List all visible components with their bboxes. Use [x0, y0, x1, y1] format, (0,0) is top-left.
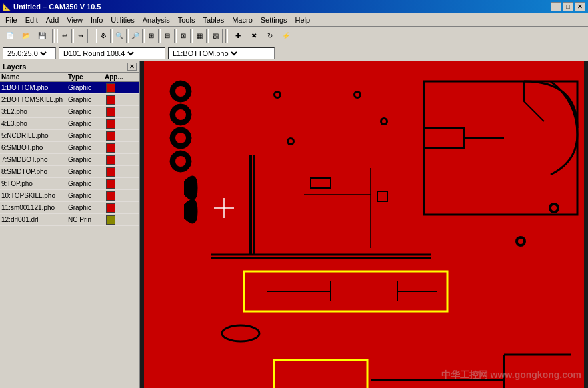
tool4[interactable]: ⊞ — [144, 29, 159, 43]
coord-select[interactable]: 25.0:25.0 — [5, 49, 49, 58]
minimize-button[interactable]: ─ — [551, 2, 561, 11]
layer-name-7: 7:SMDBOT.pho — [1, 156, 68, 163]
layer-type-5: Graphic — [68, 132, 105, 139]
layer-name-4: 4:L3.pho — [1, 120, 68, 127]
svg-point-4 — [175, 109, 186, 120]
layer-row-12[interactable]: 12:drl001.drlNC Prin — [0, 214, 139, 226]
layer-row-2[interactable]: 2:BOTTOMSKILL.phGraphic — [0, 94, 139, 106]
layer-type-2: Graphic — [68, 96, 105, 103]
layer-color-1 — [106, 83, 115, 93]
layer-row-6[interactable]: 6:SMBOT.phoGraphic — [0, 142, 139, 154]
layer-color-3 — [106, 107, 115, 117]
layer-type-1: Graphic — [68, 84, 105, 91]
open-button[interactable]: 📂 — [19, 29, 33, 43]
layer-color-7 — [106, 155, 115, 165]
layer-row-3[interactable]: 3:L2.phoGraphic — [0, 106, 139, 118]
coord-dropdown[interactable]: 25.0:25.0 — [3, 47, 56, 59]
window-controls: ─ □ ✕ — [551, 2, 585, 11]
svg-point-16 — [382, 119, 386, 123]
layer-row-5[interactable]: 5:NCDRILL.phoGraphic — [0, 130, 139, 142]
menu-item-tools[interactable]: Tools — [174, 15, 199, 25]
col-app-header[interactable]: App... — [105, 73, 128, 81]
canvas-area[interactable]: 中华工控网 www.gongkong.com — [140, 61, 588, 388]
layer-color-12 — [106, 215, 115, 225]
menu-item-macro[interactable]: Macro — [228, 15, 257, 25]
layer-name-1: 1:BOTTOM.pho — [1, 84, 68, 91]
svg-point-10 — [275, 93, 279, 97]
menu-item-help[interactable]: Help — [291, 15, 315, 25]
tool9[interactable]: ✚ — [231, 29, 245, 43]
svg-point-2 — [175, 86, 186, 97]
menu-item-add[interactable]: Add — [42, 15, 63, 25]
menu-item-utilities[interactable]: Utilities — [107, 15, 138, 25]
menu-item-view[interactable]: View — [63, 15, 87, 25]
layer-name-6: 6:SMBOT.pho — [1, 144, 68, 151]
save-button[interactable]: 💾 — [35, 29, 49, 43]
layer-select[interactable]: L1:BOTTOM.pho — [170, 49, 239, 58]
redo-button[interactable]: ↪ — [73, 29, 88, 43]
layer-color-5 — [106, 131, 115, 141]
aperture-dropdown[interactable]: D101 Round 108.4 — [59, 47, 165, 59]
svg-rect-0 — [144, 61, 584, 388]
svg-point-6 — [175, 133, 186, 143]
menu-item-file[interactable]: File — [1, 15, 21, 25]
menu-item-analysis[interactable]: Analysis — [139, 15, 174, 25]
new-button[interactable]: 📄 — [3, 29, 17, 43]
tool2[interactable]: 🔍 — [112, 29, 127, 43]
tool10[interactable]: ✖ — [247, 29, 261, 43]
layer-name-10: 10:TOPSKILL.pho — [1, 192, 68, 199]
layer-name-3: 3:L2.pho — [1, 108, 68, 115]
layer-color-6 — [106, 143, 115, 153]
layer-name-8: 8:SMDTOP.pho — [1, 168, 68, 175]
tool5[interactable]: ⊟ — [160, 29, 175, 43]
sep3 — [225, 29, 228, 43]
menubar: FileEditAddViewInfoUtilitiesAnalysisTool… — [0, 13, 588, 27]
menu-item-edit[interactable]: Edit — [21, 15, 42, 25]
maximize-button[interactable]: □ — [563, 2, 573, 11]
layer-name-2: 2:BOTTOMSKILL.ph — [1, 96, 68, 103]
layer-dropdown[interactable]: L1:BOTTOM.pho — [168, 47, 275, 59]
tool3[interactable]: 🔎 — [128, 29, 143, 43]
pcb-view[interactable] — [140, 61, 588, 388]
tool11[interactable]: ↻ — [263, 29, 277, 43]
tool7[interactable]: ▦ — [192, 29, 207, 43]
layer-color-11 — [106, 203, 115, 213]
layer-type-4: Graphic — [68, 120, 105, 127]
layer-row-11[interactable]: 11:sm001121.phoGraphic — [0, 202, 139, 214]
layer-row-9[interactable]: 9:TOP.phoGraphic — [0, 178, 139, 190]
app-icon: 📐 — [3, 3, 11, 11]
layer-type-3: Graphic — [68, 108, 105, 115]
col-name-header[interactable]: Name — [1, 73, 68, 81]
layers-panel: Layers ✕ Name Type App... 1:BOTTOM.phoGr… — [0, 61, 140, 388]
menu-item-info[interactable]: Info — [87, 15, 107, 25]
layer-row-7[interactable]: 7:SMDBOT.phoGraphic — [0, 154, 139, 166]
layer-type-7: Graphic — [68, 156, 105, 163]
layer-color-10 — [106, 191, 115, 201]
layers-header: Layers ✕ — [0, 61, 139, 73]
tool12[interactable]: ⚡ — [279, 29, 293, 43]
layers-columns: Name Type App... — [0, 73, 139, 82]
sep2 — [91, 29, 93, 43]
svg-point-8 — [175, 156, 186, 167]
undo-button[interactable]: ↩ — [57, 29, 72, 43]
layer-row-4[interactable]: 4:L3.phoGraphic — [0, 118, 139, 130]
close-button[interactable]: ✕ — [575, 2, 585, 11]
tool1[interactable]: ⚙ — [96, 29, 111, 43]
layers-close-button[interactable]: ✕ — [127, 63, 137, 71]
svg-point-35 — [518, 239, 523, 244]
col-type-header[interactable]: Type — [68, 73, 105, 81]
toolbar2: 25.0:25.0 D101 Round 108.4 L1:BOTTOM.pho — [0, 45, 588, 61]
tool8[interactable]: ▧ — [208, 29, 223, 43]
aperture-select[interactable]: D101 Round 108.4 — [61, 49, 136, 58]
main-area: Layers ✕ Name Type App... 1:BOTTOM.phoGr… — [0, 61, 588, 388]
layer-row-10[interactable]: 10:TOPSKILL.phoGraphic — [0, 190, 139, 202]
tool6[interactable]: ⊠ — [176, 29, 191, 43]
watermark: 中华工控网 www.gongkong.com — [441, 369, 581, 381]
layer-type-9: Graphic — [68, 180, 105, 187]
layer-row-8[interactable]: 8:SMDTOP.phoGraphic — [0, 166, 139, 178]
layer-row-1[interactable]: 1:BOTTOM.phoGraphic — [0, 82, 139, 94]
menu-item-settings[interactable]: Settings — [257, 15, 291, 25]
menu-item-tables[interactable]: Tables — [199, 15, 228, 25]
layer-name-12: 12:drl001.drl — [1, 216, 68, 223]
layers-list: 1:BOTTOM.phoGraphic2:BOTTOMSKILL.phGraph… — [0, 82, 139, 388]
